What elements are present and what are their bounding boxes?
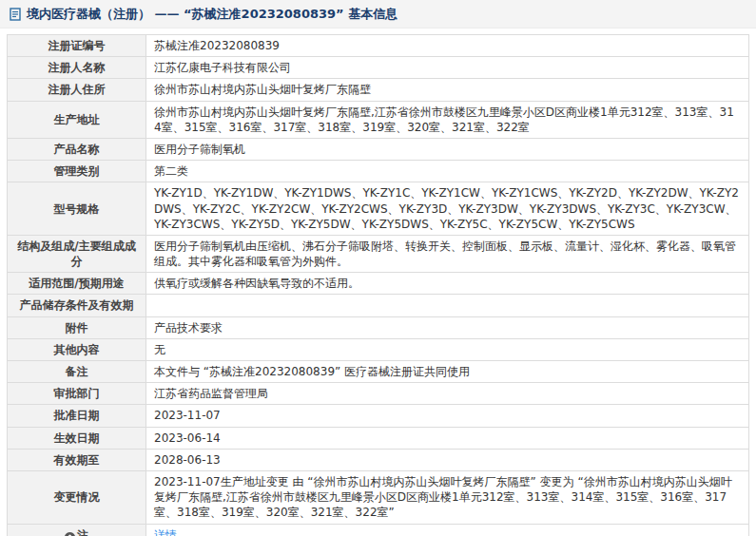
page-header: 境内医疗器械（注册） —— “苏械注准20232080839” 基本信息 bbox=[0, 0, 756, 29]
table-row: 变更情况 2023-11-07生产地址变更 由 “徐州市苏山村境内苏山头烟叶复烤… bbox=[8, 470, 749, 524]
row-label: 结构及组成/主要组成成分 bbox=[8, 235, 146, 272]
table-row: 有效期至 2028-06-13 bbox=[8, 449, 749, 470]
product-name-value: 医用分子筛制氧机 bbox=[146, 138, 749, 160]
table-row: 审批部门 江苏省药品监督管理局 bbox=[8, 383, 749, 405]
row-label: 适用范围/预期用途 bbox=[8, 273, 146, 295]
row-value-note: 详情 bbox=[146, 524, 749, 536]
table-row: 注册证编号 苏械注准20232080839 bbox=[8, 35, 749, 57]
row-label: 生效日期 bbox=[8, 427, 146, 449]
registrant-address-value: 徐州市苏山村境内苏山头烟叶复烤厂东隔壁 bbox=[146, 79, 749, 101]
intended-use-value: 供氧疗或缓解各种因缺氧导致的不适用。 bbox=[146, 273, 749, 295]
effective-date-value: 2023-06-14 bbox=[146, 427, 749, 449]
row-label: 审批部门 bbox=[8, 383, 146, 405]
row-label: 产品储存条件及有效期 bbox=[8, 295, 146, 316]
table-row: 产品储存条件及有效期 bbox=[8, 295, 749, 316]
row-label-note: 注 bbox=[8, 524, 146, 536]
row-label: 附件 bbox=[8, 316, 146, 338]
row-label: 产品名称 bbox=[8, 138, 146, 160]
row-label: 型号规格 bbox=[8, 182, 146, 236]
table-row: 生效日期 2023-06-14 bbox=[8, 427, 749, 449]
table-row: 附件 产品技术要求 bbox=[8, 316, 749, 338]
table-row: 产品名称 医用分子筛制氧机 bbox=[8, 138, 749, 160]
storage-condition-value bbox=[146, 295, 749, 316]
table-row: 型号规格 YK-ZY1D、YK-ZY1DW、YK-ZY1DWS、YK-ZY1C、… bbox=[8, 182, 749, 236]
table-row: 结构及组成/主要组成成分 医用分子筛制氧机由压缩机、沸石分子筛吸附塔、转换开关、… bbox=[8, 235, 749, 272]
model-spec-value: YK-ZY1D、YK-ZY1DW、YK-ZY1DWS、YK-ZY1C、YK-ZY… bbox=[146, 182, 749, 236]
details-link[interactable]: 详情 bbox=[154, 528, 177, 536]
table-row: 其他内容 无 bbox=[8, 338, 749, 360]
row-label: 注册人名称 bbox=[8, 57, 146, 79]
approval-department-value: 江苏省药品监督管理局 bbox=[146, 383, 749, 405]
note-label: 注 bbox=[77, 528, 88, 536]
table-row: 备注 本文件与 “苏械注准20232080839” 医疗器械注册证共同使用 bbox=[8, 361, 749, 383]
registrant-name-value: 江苏亿康电子科技有限公司 bbox=[146, 57, 749, 79]
row-label: 注册证编号 bbox=[8, 35, 146, 57]
row-label: 其他内容 bbox=[8, 338, 146, 360]
row-label: 管理类别 bbox=[8, 161, 146, 182]
row-label: 批准日期 bbox=[8, 405, 146, 427]
row-label: 生产地址 bbox=[8, 101, 146, 138]
expiry-date-value: 2028-06-13 bbox=[146, 449, 749, 470]
table-row: 注 详情 bbox=[8, 524, 749, 536]
table-row: 批准日期 2023-11-07 bbox=[8, 405, 749, 427]
management-category-value: 第二类 bbox=[146, 161, 749, 182]
document-icon bbox=[10, 8, 21, 21]
table-row: 适用范围/预期用途 供氧疗或缓解各种因缺氧导致的不适用。 bbox=[8, 273, 749, 295]
remark-value: 本文件与 “苏械注准20232080839” 医疗器械注册证共同使用 bbox=[146, 361, 749, 383]
page-title: 境内医疗器械（注册） —— “苏械注准20232080839” 基本信息 bbox=[27, 6, 397, 23]
row-label: 变更情况 bbox=[8, 470, 146, 524]
registration-number-value: 苏械注准20232080839 bbox=[146, 35, 749, 57]
change-history-value: 2023-11-07生产地址变更 由 “徐州市苏山村境内苏山头烟叶复烤厂东隔壁”… bbox=[146, 470, 749, 524]
eye-icon bbox=[65, 528, 75, 536]
attachment-value: 产品技术要求 bbox=[146, 316, 749, 338]
row-label: 有效期至 bbox=[8, 449, 146, 470]
row-label: 注册人住所 bbox=[8, 79, 146, 101]
production-address-value: 徐州市苏山村境内苏山头烟叶复烤厂东隔壁,江苏省徐州市鼓楼区九里峰景小区D区商业楼… bbox=[146, 101, 749, 138]
info-table: 注册证编号 苏械注准20232080839 注册人名称 江苏亿康电子科技有限公司… bbox=[7, 34, 749, 536]
composition-value: 医用分子筛制氧机由压缩机、沸石分子筛吸附塔、转换开关、控制面板、显示板、流量计、… bbox=[146, 235, 749, 272]
table-row: 生产地址 徐州市苏山村境内苏山头烟叶复烤厂东隔壁,江苏省徐州市鼓楼区九里峰景小区… bbox=[8, 101, 749, 138]
table-row: 注册人名称 江苏亿康电子科技有限公司 bbox=[8, 57, 749, 79]
table-row: 管理类别 第二类 bbox=[8, 161, 749, 182]
approval-date-value: 2023-11-07 bbox=[146, 405, 749, 427]
other-content-value: 无 bbox=[146, 338, 749, 360]
table-row: 注册人住所 徐州市苏山村境内苏山头烟叶复烤厂东隔壁 bbox=[8, 79, 749, 101]
row-label: 备注 bbox=[8, 361, 146, 383]
